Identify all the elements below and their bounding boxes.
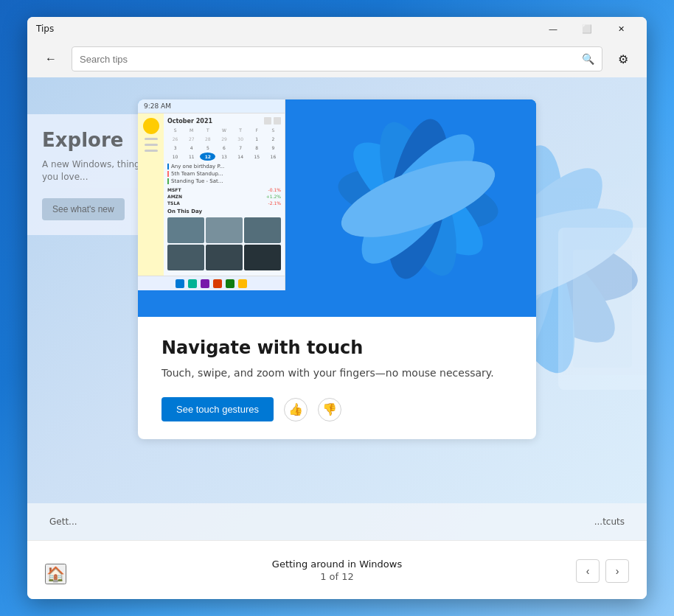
photo-cell [244, 217, 281, 243]
screenshot-overlay: 9:28 AM October [138, 99, 285, 290]
bottom-strip: Gett... ...tcuts [27, 503, 647, 540]
win-taskbar [138, 276, 285, 290]
photo-cell [206, 217, 243, 243]
event-item: 5th Team Standup... [167, 171, 281, 177]
maximize-button[interactable]: ⬜ [570, 17, 604, 41]
see-touch-gestures-button[interactable]: See touch gestures [161, 397, 274, 421]
footer-nav: Getting around in Windows 1 of 12 [272, 559, 402, 582]
search-icon: 🔍 [582, 53, 594, 65]
sidebar-line [145, 138, 158, 140]
cal-days-row: S M T W T F S [167, 127, 281, 133]
card-actions: See touch gestures 👍 👎 [161, 397, 513, 421]
photos-grid [167, 217, 281, 270]
see-whats-new-button[interactable]: See what's new [42, 198, 125, 220]
settings-button[interactable]: ⚙ [611, 47, 635, 71]
screenshot-sidebar [138, 113, 164, 276]
cal-grid: 26 27 28 29 30 1 2 3 4 5 6 [167, 135, 281, 161]
footer: 🏠 Getting around in Windows 1 of 12 ‹ › [27, 540, 647, 599]
bottom-strip-left: Gett... [49, 517, 77, 527]
window-title: Tips [36, 24, 54, 34]
sidebar-line [145, 150, 158, 152]
taskbar-icon [213, 279, 222, 288]
taskbar-icon [176, 279, 184, 288]
sidebar-avatar [143, 118, 159, 134]
thumbs-up-button[interactable]: 👍 [284, 398, 308, 421]
taskbar-icon [226, 279, 234, 288]
footer-arrows: ‹ › [576, 559, 629, 583]
close-button[interactable]: ✕ [604, 17, 638, 41]
screenshot-time: 9:28 AM [138, 99, 285, 113]
sidebar-line [145, 144, 158, 146]
thumbs-down-icon: 👎 [322, 402, 337, 416]
photo-cell [167, 217, 204, 243]
taskbar-icon [201, 279, 209, 288]
thumbs-up-icon: 👍 [288, 402, 303, 416]
card-title: Navigate with touch [161, 337, 513, 358]
stock-row: AMZN +1.2% [167, 194, 281, 199]
cal-header-row: October 2021 [167, 117, 281, 125]
stock-row: MSFT -0.1% [167, 187, 281, 192]
card-screenshot: 9:28 AM October [138, 99, 536, 317]
next-arrow-button[interactable]: › [605, 559, 629, 583]
event-item: Any one birthday P... [167, 164, 281, 169]
back-button[interactable]: ← [39, 47, 63, 71]
card-content: Navigate with touch Touch, swipe, and zo… [138, 317, 536, 439]
cal-nav-btn [274, 117, 281, 125]
page-indicator: 1 of 12 [320, 571, 354, 582]
minimize-button[interactable]: — [536, 17, 570, 41]
bottom-strip-right: ...tcuts [594, 517, 625, 527]
thumbs-down-button[interactable]: 👎 [318, 398, 341, 421]
card-description: Touch, swipe, and zoom with your fingers… [161, 365, 513, 381]
taskbar-icon [238, 279, 247, 288]
cal-nav-btn [264, 117, 271, 125]
cal-nav [264, 117, 281, 125]
category-label: Getting around in Windows [272, 559, 402, 570]
stocks-section: MSFT -0.1% AMZN +1.2% TSLA -2.1% [167, 187, 281, 206]
title-bar: Tips — ⬜ ✕ [27, 17, 647, 41]
right-card-hint [558, 228, 647, 390]
content-area: Explore A new Windows, things you love..… [27, 77, 647, 540]
prev-arrow-button[interactable]: ‹ [576, 559, 600, 583]
screenshot-content: October 2021 S M T [138, 113, 285, 276]
screenshot-main: October 2021 S M T [164, 113, 285, 276]
photo-cell [167, 245, 204, 270]
search-input[interactable] [80, 54, 576, 65]
center-card: 9:28 AM October [138, 99, 536, 439]
tips-window: Tips — ⬜ ✕ ← 🔍 ⚙ [27, 17, 647, 599]
search-bar: 🔍 [72, 46, 602, 71]
event-item: Standing Tue - Sat... [167, 178, 281, 184]
toolbar: ← 🔍 ⚙ [27, 41, 647, 77]
window-controls: — ⬜ ✕ [536, 17, 638, 41]
photo-cell [244, 245, 281, 270]
home-button[interactable]: 🏠 [45, 564, 66, 584]
on-this-day-label: On This Day [167, 209, 281, 214]
taskbar-icon [188, 279, 197, 288]
stock-row: TSLA -2.1% [167, 200, 281, 206]
right-card-preview [573, 250, 632, 368]
screenshot-bloom-icon [322, 107, 514, 291]
photo-cell [206, 245, 243, 270]
